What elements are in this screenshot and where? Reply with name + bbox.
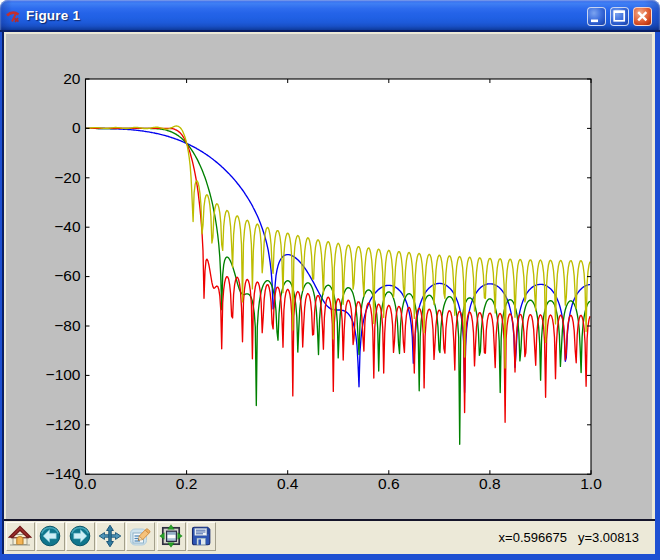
svg-text:−100: −100 bbox=[46, 366, 81, 383]
svg-text:0.8: 0.8 bbox=[479, 475, 501, 492]
svg-text:−60: −60 bbox=[54, 267, 81, 284]
svg-text:−140: −140 bbox=[46, 465, 81, 482]
svg-text:20: 20 bbox=[63, 70, 81, 87]
svg-text:−40: −40 bbox=[54, 218, 81, 235]
svg-text:−20: −20 bbox=[54, 169, 81, 186]
svg-text:0.2: 0.2 bbox=[176, 475, 198, 492]
svg-text:0.6: 0.6 bbox=[378, 475, 400, 492]
svg-text:−80: −80 bbox=[54, 317, 81, 334]
svg-text:0: 0 bbox=[72, 119, 81, 136]
svg-text:−120: −120 bbox=[46, 416, 81, 433]
svg-text:0.4: 0.4 bbox=[277, 475, 299, 492]
svg-text:1.0: 1.0 bbox=[580, 475, 602, 492]
